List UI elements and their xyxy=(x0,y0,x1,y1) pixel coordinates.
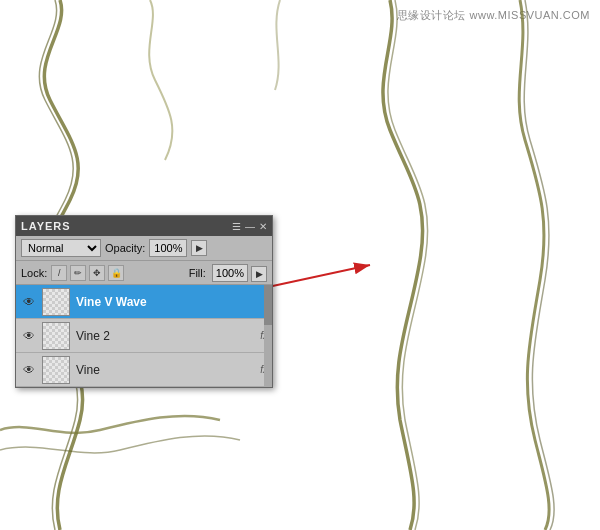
layer-name-vine-2: Vine 2 xyxy=(76,329,256,343)
layer-scrollbar-thumb[interactable] xyxy=(264,285,272,325)
lock-transparent-btn[interactable]: / xyxy=(51,265,67,281)
lock-move-btn[interactable]: ✥ xyxy=(89,265,105,281)
panel-minimize-icon[interactable]: — xyxy=(245,221,255,232)
layer-item-vine-v-wave[interactable]: 👁 Vine V Wave xyxy=(16,285,272,319)
panel-menu-icon[interactable]: ☰ xyxy=(232,221,241,232)
blend-mode-select[interactable]: Normal Multiply Screen xyxy=(21,239,101,257)
layer-scrollbar[interactable] xyxy=(264,285,272,387)
fill-arrow-btn[interactable]: ▶ xyxy=(251,266,267,282)
layers-panel: LAYERS ☰ — ✕ Normal Multiply Screen Opac… xyxy=(15,215,273,388)
panel-close-icon[interactable]: ✕ xyxy=(259,221,267,232)
layer-thumb-3 xyxy=(42,356,70,384)
fill-input[interactable] xyxy=(212,264,248,282)
layer-visibility-eye-3[interactable]: 👁 xyxy=(20,361,38,379)
fill-label: Fill: ▶ xyxy=(189,264,267,282)
canvas-area: 思缘设计论坛 www.MISSVUAN.COM LAYERS xyxy=(0,0,600,530)
layer-list: 👁 Vine V Wave 👁 Vine 2 fx 👁 xyxy=(16,284,272,387)
layer-name-vine-v-wave: Vine V Wave xyxy=(76,295,268,309)
blend-mode-row: Normal Multiply Screen Opacity: ▶ xyxy=(16,236,272,260)
panel-titlebar: LAYERS ☰ — ✕ xyxy=(16,216,272,236)
opacity-label: Opacity: xyxy=(105,242,145,254)
lock-icons-group: / ✏ ✥ 🔒 xyxy=(51,265,124,281)
layer-thumb-1 xyxy=(42,288,70,316)
lock-all-btn[interactable]: 🔒 xyxy=(108,265,124,281)
layer-visibility-eye-2[interactable]: 👁 xyxy=(20,327,38,345)
layer-name-vine: Vine xyxy=(76,363,256,377)
opacity-input[interactable] xyxy=(149,239,187,257)
panel-title: LAYERS xyxy=(21,220,71,232)
layer-item-vine-2[interactable]: 👁 Vine 2 fx xyxy=(16,319,272,353)
layer-visibility-eye-1[interactable]: 👁 xyxy=(20,293,38,311)
opacity-arrow-btn[interactable]: ▶ xyxy=(191,240,207,256)
layer-thumb-2 xyxy=(42,322,70,350)
lock-label: Lock: xyxy=(21,267,47,279)
lock-paint-btn[interactable]: ✏ xyxy=(70,265,86,281)
panel-controls: ☰ — ✕ xyxy=(232,221,267,232)
layer-item-vine[interactable]: 👁 Vine fx xyxy=(16,353,272,387)
lock-row: Lock: / ✏ ✥ 🔒 Fill: ▶ xyxy=(16,260,272,284)
